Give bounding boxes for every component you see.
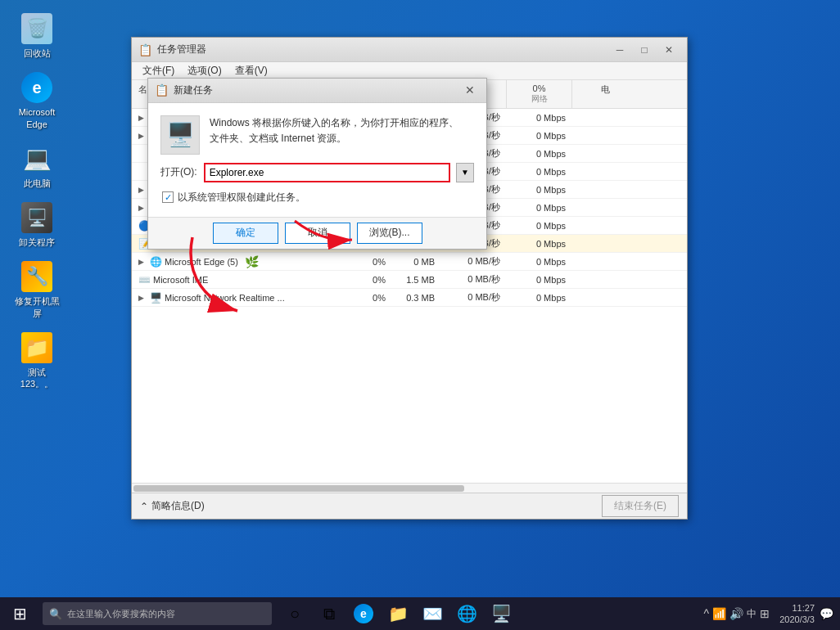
ok-button[interactable]: 确定	[213, 223, 278, 244]
menu-file[interactable]: 文件(F)	[136, 62, 181, 79]
expand-icon[interactable]: ▶	[138, 114, 144, 122]
tray-ime[interactable]: 中	[747, 607, 756, 621]
desktop-icon-edge-label: MicrosoftEdge	[19, 106, 56, 130]
checkbox-row: ✓ 以系统管理权限创建此任务。	[160, 191, 474, 205]
desktop-icon-computer[interactable]: 💻 此电脑	[8, 138, 65, 193]
taskbar-network[interactable]: 🌐	[450, 597, 483, 630]
mail-icon: ✉️	[422, 604, 443, 623]
search-bar[interactable]: 🔍 在这里输入你要搜索的内容	[43, 602, 272, 625]
dialog-close-button[interactable]: ✕	[460, 82, 480, 98]
collapse-icon: ⌃	[140, 501, 148, 512]
resource-icon: 🌿	[245, 255, 259, 268]
expand-icon[interactable]: ▶	[138, 132, 144, 140]
window-controls: ─ □ ✕	[608, 42, 680, 58]
expand-icon[interactable]: ▶	[138, 294, 144, 302]
net-value: 0 Mbps	[507, 291, 572, 304]
menu-options[interactable]: 选项(O)	[181, 62, 228, 79]
net-value: 0 Mbps	[507, 111, 572, 124]
mem-value: 0 MB	[392, 255, 441, 268]
desktop-icon-recycle[interactable]: 🗑️ 回收站	[8, 8, 65, 63]
expand-icon[interactable]: ▶	[138, 186, 144, 194]
menu-view[interactable]: 查看(V)	[228, 62, 274, 79]
task-view-icon: ⧉	[323, 605, 335, 623]
task-manager-icon: 📋	[138, 43, 152, 56]
task-manager-title: 任务管理器	[157, 43, 608, 56]
net-value: 0 Mbps	[507, 129, 572, 142]
power-value	[572, 170, 638, 173]
tray-volume[interactable]: 🔊	[729, 607, 743, 620]
cortana-icon: ○	[290, 605, 300, 623]
taskbar-right: ^ 📶 🔊 中 ⊞ 11:27 2020/3/3 💬	[704, 602, 840, 626]
process-icon: ⌨️	[138, 274, 150, 286]
desktop-icon-apps[interactable]: 🖥️ 卸关程序	[8, 197, 65, 252]
notification-button[interactable]: 💬	[820, 607, 833, 620]
process-name: Microsoft IME	[153, 275, 208, 285]
cancel-button[interactable]: 取消	[285, 223, 350, 244]
admin-checkbox[interactable]: ✓	[162, 191, 174, 203]
taskbar-cortana[interactable]: ○	[278, 597, 311, 630]
search-icon: 🔍	[49, 608, 62, 620]
taskbar-edge[interactable]: e	[347, 597, 380, 630]
hscroll-thumb[interactable]	[133, 485, 464, 492]
maximize-button[interactable]: □	[633, 42, 656, 58]
system-clock[interactable]: 11:27 2020/3/3	[779, 602, 815, 626]
power-value	[572, 116, 638, 119]
network-icon: 🌐	[457, 604, 477, 623]
tray-expand[interactable]: ^	[704, 607, 710, 620]
table-row[interactable]: ⌨️ Microsoft IME 0% 1.5 MB 0 MB/秒 0 Mbps	[132, 271, 687, 289]
table-row[interactable]: ▶ 🌐 Microsoft Edge (5) 🌿 0% 0 MB 0 MB/秒 …	[132, 253, 687, 271]
disk-value: 0 MB/秒	[441, 290, 507, 305]
open-input[interactable]	[204, 163, 450, 182]
taskbar-task-view[interactable]: ⧉	[313, 597, 345, 630]
desktop-icon-repair-label: 修复开机黑屏	[12, 295, 61, 319]
collapse-details[interactable]: ⌃ 简略信息(D)	[140, 499, 205, 513]
end-task-button[interactable]: 结束任务(E)	[602, 495, 679, 517]
power-value	[572, 224, 638, 227]
tray-network[interactable]: 📶	[712, 607, 726, 620]
dialog-title: 新建任务	[174, 83, 460, 97]
system-tray: ^ 📶 🔊 中 ⊞	[704, 607, 770, 621]
minimize-button[interactable]: ─	[608, 42, 631, 58]
dialog-input-row: 打开(O): ▼	[160, 163, 474, 182]
net-value: 0 Mbps	[507, 237, 572, 250]
windows-icon: ⊞	[13, 604, 27, 623]
col-power[interactable]: 电	[572, 80, 638, 108]
power-value	[572, 260, 638, 263]
desktop-icon-computer-label: 此电脑	[24, 178, 51, 189]
net-value: 0 Mbps	[507, 201, 572, 214]
process-icon: 🌐	[150, 256, 161, 268]
horizontal-scrollbar[interactable]	[132, 483, 687, 493]
new-task-dialog: 📋 新建任务 ✕ 🖥️ Windows 将根据你所键入的名称，为你打开相应的程序…	[147, 78, 487, 250]
edge-icon: e	[354, 604, 373, 623]
desktop-icon-repair[interactable]: 🔧 修复开机黑屏	[8, 256, 65, 323]
desktop-icon-folder-label: 测试123。。	[12, 367, 61, 390]
taskbar-explorer[interactable]: 📁	[382, 597, 414, 630]
dialog-description: Windows 将根据你所键入的名称，为你打开相应的程序、文件夹、文档或 Int…	[210, 115, 458, 146]
desktop-icon-edge[interactable]: e MicrosoftEdge	[8, 67, 65, 134]
settings-icon: 🖥️	[491, 604, 512, 623]
net-value: 0 Mbps	[507, 183, 572, 196]
start-button[interactable]: ⊞	[0, 597, 39, 630]
taskbar-mail[interactable]: ✉️	[416, 597, 449, 630]
input-label: 打开(O):	[160, 165, 197, 179]
dropdown-button[interactable]: ▼	[456, 163, 474, 182]
clock-time: 11:27	[792, 602, 815, 614]
col-network[interactable]: 0%网络	[507, 80, 572, 108]
tray-grid[interactable]: ⊞	[760, 607, 770, 620]
cpu-value: 0%	[343, 255, 392, 268]
desktop-icon-folder[interactable]: 📁 测试123。。	[8, 327, 65, 394]
expand-icon[interactable]: ▶	[138, 204, 144, 212]
dialog-body: 🖥️ Windows 将根据你所键入的名称，为你打开相应的程序、文件夹、文档或 …	[148, 103, 486, 217]
table-row[interactable]: ▶ 🖥️ Microsoft Network Realtime ... 0% 0…	[132, 289, 687, 307]
net-value: 0 Mbps	[507, 147, 572, 160]
browse-button[interactable]: 浏览(B)...	[357, 223, 422, 244]
taskbar-settings[interactable]: 🖥️	[485, 597, 517, 630]
expand-icon[interactable]: ▶	[138, 258, 144, 266]
close-button[interactable]: ✕	[657, 42, 680, 58]
clock-date: 2020/3/3	[779, 614, 815, 625]
net-value: 0 Mbps	[507, 255, 572, 268]
taskbar: ⊞ 🔍 在这里输入你要搜索的内容 ○ ⧉ e 📁 ✉️ 🌐	[0, 597, 840, 630]
desktop-icons: 🗑️ 回收站 e MicrosoftEdge 💻 此电脑 🖥️ 卸关程序 🔧	[8, 8, 65, 394]
process-name: Microsoft Network Realtime ...	[165, 293, 285, 303]
cpu-value: 0%	[343, 291, 392, 304]
